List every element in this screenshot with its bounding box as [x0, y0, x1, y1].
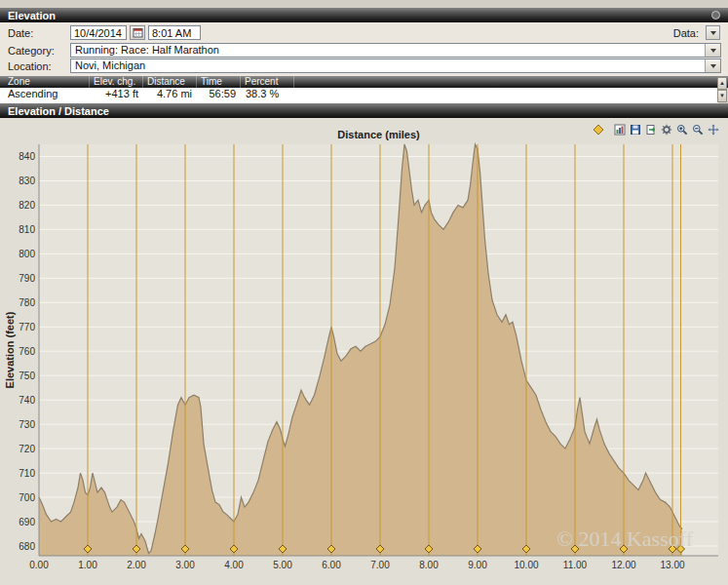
svg-text:1.00: 1.00: [78, 560, 97, 570]
panel-title-bar: Elevation: [0, 8, 728, 22]
category-combobox[interactable]: Running: Race: Half Marathon: [70, 43, 721, 58]
percent-cell: 38.3 %: [246, 88, 279, 100]
svg-text:760: 760: [19, 346, 35, 357]
svg-text:810: 810: [19, 224, 35, 235]
category-label: Category:: [8, 45, 55, 57]
settings-icon[interactable]: [660, 123, 672, 136]
section-title: Elevation / Distance: [8, 105, 109, 117]
svg-text:13.00: 13.00: [660, 560, 684, 570]
y-tick-labels: 6806907007107207307407507607707807908008…: [19, 151, 35, 552]
svg-text:690: 690: [19, 517, 35, 527]
column-header-time[interactable]: Time: [197, 76, 241, 88]
svg-text:5.00: 5.00: [273, 560, 292, 570]
svg-text:720: 720: [19, 444, 35, 454]
chevron-down-icon: [710, 64, 716, 68]
activity-form: Date: Data: Category: Running: Race: Hal…: [0, 22, 728, 76]
panel-menu-icon[interactable]: [711, 11, 720, 20]
column-header-percent[interactable]: Percent: [241, 76, 294, 88]
svg-text:10.00: 10.00: [514, 560, 538, 570]
column-header-elev-chg[interactable]: Elev. chg.: [90, 76, 143, 88]
svg-text:12.00: 12.00: [611, 560, 635, 570]
svg-text:820: 820: [19, 200, 35, 211]
data-label: Data:: [673, 27, 699, 39]
svg-text:2.00: 2.00: [127, 560, 146, 570]
x-tick-labels: 0.001.002.003.004.005.006.007.008.009.00…: [29, 560, 685, 570]
date-label: Date:: [8, 27, 33, 39]
elevation-chart[interactable]: 6806907007107207307407507607707807908008…: [0, 118, 728, 585]
svg-text:9.00: 9.00: [468, 560, 487, 570]
chart-toolbar: [592, 123, 719, 136]
marker-diamond-icon[interactable]: [592, 123, 604, 136]
zone-cell: Ascending: [8, 88, 57, 100]
svg-text:750: 750: [19, 370, 35, 381]
chart-style-icon[interactable]: [613, 123, 626, 136]
date-input[interactable]: [70, 25, 127, 40]
y-axis-label: Elevation (feet): [4, 292, 16, 409]
table-row[interactable]: Ascending +413 ft 4.76 mi 56:59 38.3 %: [0, 88, 718, 100]
svg-text:830: 830: [19, 176, 35, 186]
location-label: Location:: [8, 60, 52, 72]
chevron-down-icon: [710, 31, 716, 35]
scroll-up-button[interactable]: ▲: [717, 77, 727, 90]
watermark-text: © 2014 Kassoff: [556, 526, 693, 551]
elevation-panel: Elevation Date: Data: Category: Running:…: [0, 0, 728, 585]
zone-table-header: Zone Elev. chg. Distance Time Percent: [0, 76, 728, 88]
svg-text:6.00: 6.00: [322, 560, 341, 570]
svg-text:740: 740: [19, 395, 35, 406]
zone-table-scrollbar: ▲ ▼: [717, 77, 727, 103]
clipped-top-strip: [0, 0, 728, 8]
calendar-icon: [133, 27, 143, 38]
data-dropdown-button[interactable]: [706, 25, 720, 40]
location-value: Novi, Michigan: [71, 59, 705, 72]
elev-chg-cell: +413 ft: [90, 88, 138, 100]
pan-icon[interactable]: [707, 123, 719, 136]
zoom-out-icon[interactable]: [691, 123, 704, 136]
column-header-distance[interactable]: Distance: [143, 76, 197, 88]
svg-text:800: 800: [19, 249, 35, 259]
svg-text:790: 790: [19, 273, 35, 284]
section-title-bar: Elevation / Distance: [0, 103, 728, 118]
location-combobox[interactable]: Novi, Michigan: [70, 58, 721, 73]
export-icon[interactable]: [644, 123, 657, 136]
svg-text:840: 840: [19, 151, 35, 162]
chart-panel: Distance (miles) Elevation (feet) 680690…: [0, 118, 728, 585]
calendar-button[interactable]: [130, 25, 145, 40]
svg-text:7.00: 7.00: [370, 560, 390, 570]
svg-text:11.00: 11.00: [563, 560, 588, 570]
svg-text:730: 730: [19, 419, 35, 430]
scroll-down-button[interactable]: ▼: [717, 90, 727, 102]
svg-text:3.00: 3.00: [175, 560, 195, 570]
category-dropdown-arrow[interactable]: [705, 44, 720, 57]
svg-text:780: 780: [19, 297, 35, 308]
distance-cell: 4.76 mi: [143, 88, 192, 100]
chevron-down-icon: [710, 49, 716, 53]
svg-text:700: 700: [19, 492, 35, 503]
svg-text:4.00: 4.00: [224, 560, 244, 570]
zone-table: Ascending +413 ft 4.76 mi 56:59 38.3 %: [0, 88, 718, 103]
location-dropdown-arrow[interactable]: [705, 59, 720, 72]
svg-text:770: 770: [19, 322, 35, 332]
svg-text:8.00: 8.00: [419, 560, 439, 570]
svg-text:710: 710: [19, 468, 35, 479]
time-cell: 56:59: [197, 88, 236, 100]
category-value: Running: Race: Half Marathon: [71, 44, 705, 57]
zoom-in-icon[interactable]: [675, 123, 688, 136]
svg-text:680: 680: [19, 541, 35, 552]
save-image-icon[interactable]: [629, 123, 641, 136]
time-input[interactable]: [148, 25, 201, 40]
panel-title: Elevation: [8, 10, 56, 21]
column-header-zone[interactable]: Zone: [4, 76, 90, 88]
svg-text:0.00: 0.00: [29, 560, 49, 570]
